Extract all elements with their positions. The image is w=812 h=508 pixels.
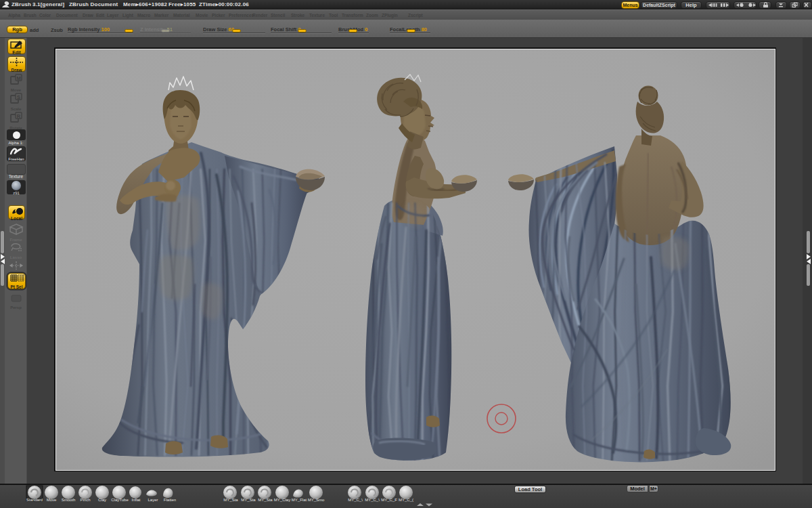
svg-text:R: R: [16, 113, 20, 119]
svg-text:S: S: [16, 94, 20, 100]
svg-text:M: M: [16, 75, 20, 81]
